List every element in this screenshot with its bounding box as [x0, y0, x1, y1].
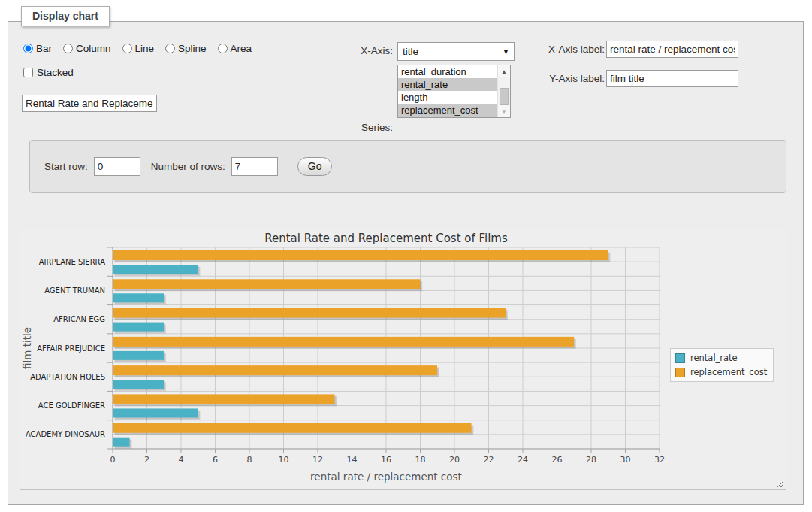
svg-text:32: 32: [654, 455, 665, 465]
column-radio[interactable]: [63, 44, 73, 53]
chart-container: 02468101214161820222426283032AIRPLANE SI…: [20, 229, 786, 490]
svg-text:24: 24: [518, 455, 528, 465]
svg-text:22: 22: [484, 455, 494, 465]
rows-panel: Start row: Number of rows: Go: [29, 140, 786, 193]
legend-label: replacement_cost: [690, 367, 767, 377]
svg-text:12: 12: [312, 455, 323, 465]
x-axis-select[interactable]: title: [397, 42, 515, 61]
series-field-label: Series:: [324, 122, 393, 133]
scroll-up-icon[interactable]: ▲: [498, 65, 510, 77]
scroll-down-icon[interactable]: ▼: [498, 105, 510, 117]
svg-text:14: 14: [347, 455, 358, 465]
svg-text:6: 6: [213, 455, 218, 465]
chart-title-input[interactable]: [22, 95, 157, 112]
line-radio[interactable]: [122, 44, 132, 53]
svg-text:16: 16: [381, 455, 391, 465]
stacked-label: Stacked: [37, 67, 74, 78]
svg-text:10: 10: [279, 455, 289, 465]
stacked-option[interactable]: Stacked: [23, 67, 74, 78]
svg-text:30: 30: [620, 455, 631, 465]
svg-text:2: 2: [144, 455, 149, 465]
series-scrollbar[interactable]: ▲ ▼: [497, 65, 510, 117]
page-title: Display chart: [21, 6, 110, 26]
svg-text:ACE GOLDFINGER: ACE GOLDFINGER: [38, 401, 105, 410]
num-rows-input[interactable]: [231, 157, 278, 176]
chart-legend: rental_ratereplacement_cost: [670, 348, 774, 382]
spline-radio-label: Spline: [178, 43, 207, 54]
bar-radio-label: Bar: [36, 43, 52, 54]
start-row-input[interactable]: [94, 157, 140, 176]
svg-text:4: 4: [179, 455, 184, 465]
legend-item: rental_rate: [675, 353, 767, 363]
start-row-label: Start row:: [44, 161, 88, 172]
svg-text:AGENT TRUMAN: AGENT TRUMAN: [44, 286, 105, 295]
series-option[interactable]: length: [398, 91, 497, 104]
chart-type-option-spline[interactable]: Spline: [165, 43, 207, 54]
spline-radio[interactable]: [165, 44, 175, 53]
svg-text:film title: film title: [21, 327, 33, 369]
line-radio-label: Line: [135, 43, 155, 54]
svg-text:ADAPTATION HOLES: ADAPTATION HOLES: [30, 373, 105, 381]
chart-type-option-line[interactable]: Line: [122, 43, 155, 54]
series-listbox[interactable]: rental_durationrental_ratelengthreplacem…: [397, 65, 511, 118]
y-axis-label-field-label: Y-Axis label:: [534, 73, 605, 84]
scroll-thumb[interactable]: [500, 88, 509, 105]
svg-text:AIRPLANE SIERRA: AIRPLANE SIERRA: [39, 258, 105, 266]
x-axis-field-label: X-Axis:: [324, 45, 393, 56]
svg-text:18: 18: [415, 455, 426, 465]
svg-text:Rental Rate and Replacement Co: Rental Rate and Replacement Cost of Film…: [264, 232, 508, 245]
chart-type-option-area[interactable]: Area: [218, 43, 252, 54]
legend-item: replacement_cost: [675, 367, 767, 377]
svg-text:rental rate / replacement cost: rental rate / replacement cost: [310, 471, 462, 483]
chart-type-radio-group: Bar Column Line Spline Area: [23, 43, 252, 54]
svg-text:28: 28: [586, 455, 596, 465]
legend-swatch: [675, 353, 685, 363]
num-rows-label: Number of rows:: [151, 161, 225, 172]
svg-text:0: 0: [110, 455, 116, 465]
display-chart-panel: Display chart Bar Column Line Spline Are…: [8, 21, 804, 505]
area-radio[interactable]: [218, 44, 228, 53]
y-axis-label-input[interactable]: [606, 70, 738, 87]
column-radio-label: Column: [76, 43, 111, 54]
series-option[interactable]: rental_duration: [398, 65, 497, 78]
go-button[interactable]: Go: [297, 157, 333, 176]
x-axis-select-wrap: title ▼: [397, 42, 515, 61]
legend-label: rental_rate: [690, 353, 738, 363]
svg-text:20: 20: [449, 455, 460, 465]
svg-text:ACADEMY DINOSAUR: ACADEMY DINOSAUR: [26, 430, 105, 438]
bar-radio[interactable]: [23, 44, 33, 53]
svg-text:26: 26: [552, 455, 563, 465]
svg-text:AFRICAN EGG: AFRICAN EGG: [53, 315, 105, 323]
stacked-checkbox[interactable]: [23, 68, 33, 77]
series-option[interactable]: rental_rate: [398, 78, 497, 91]
x-axis-label-input[interactable]: [606, 41, 738, 58]
svg-text:AFFAIR PREJUDICE: AFFAIR PREJUDICE: [37, 344, 105, 353]
x-axis-label-field-label: X-Axis label:: [534, 44, 605, 55]
chart-type-option-bar[interactable]: Bar: [23, 43, 52, 54]
chart-type-option-column[interactable]: Column: [63, 43, 111, 54]
legend-swatch: [675, 368, 685, 377]
svg-text:8: 8: [247, 455, 252, 465]
area-radio-label: Area: [231, 43, 252, 54]
series-option[interactable]: replacement_cost: [398, 104, 497, 117]
series-options: rental_durationrental_ratelengthreplacem…: [398, 65, 497, 117]
